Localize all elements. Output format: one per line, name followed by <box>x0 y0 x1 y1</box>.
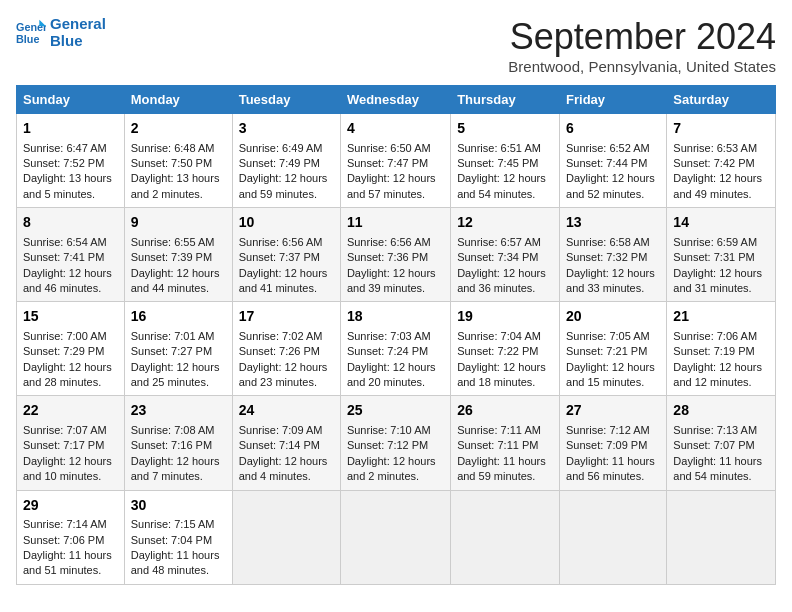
day-number: 2 <box>131 119 226 139</box>
calendar-week-3: 15Sunrise: 7:00 AMSunset: 7:29 PMDayligh… <box>17 302 776 396</box>
col-header-friday: Friday <box>560 86 667 114</box>
calendar-cell: 6Sunrise: 6:52 AMSunset: 7:44 PMDaylight… <box>560 114 667 208</box>
day-number: 14 <box>673 213 769 233</box>
calendar-cell <box>451 490 560 584</box>
month-title: September 2024 <box>508 16 776 58</box>
cell-info: Sunrise: 6:59 AMSunset: 7:31 PMDaylight:… <box>673 236 762 294</box>
calendar-cell: 21Sunrise: 7:06 AMSunset: 7:19 PMDayligh… <box>667 302 776 396</box>
calendar-week-2: 8Sunrise: 6:54 AMSunset: 7:41 PMDaylight… <box>17 208 776 302</box>
cell-info: Sunrise: 7:12 AMSunset: 7:09 PMDaylight:… <box>566 424 655 482</box>
calendar-cell: 27Sunrise: 7:12 AMSunset: 7:09 PMDayligh… <box>560 396 667 490</box>
calendar-cell: 20Sunrise: 7:05 AMSunset: 7:21 PMDayligh… <box>560 302 667 396</box>
day-number: 28 <box>673 401 769 421</box>
cell-info: Sunrise: 6:56 AMSunset: 7:36 PMDaylight:… <box>347 236 436 294</box>
cell-info: Sunrise: 6:48 AMSunset: 7:50 PMDaylight:… <box>131 142 220 200</box>
calendar-cell: 29Sunrise: 7:14 AMSunset: 7:06 PMDayligh… <box>17 490 125 584</box>
cell-info: Sunrise: 7:15 AMSunset: 7:04 PMDaylight:… <box>131 518 220 576</box>
cell-info: Sunrise: 7:10 AMSunset: 7:12 PMDaylight:… <box>347 424 436 482</box>
cell-info: Sunrise: 7:08 AMSunset: 7:16 PMDaylight:… <box>131 424 220 482</box>
calendar-cell: 16Sunrise: 7:01 AMSunset: 7:27 PMDayligh… <box>124 302 232 396</box>
cell-info: Sunrise: 7:05 AMSunset: 7:21 PMDaylight:… <box>566 330 655 388</box>
cell-info: Sunrise: 7:00 AMSunset: 7:29 PMDaylight:… <box>23 330 112 388</box>
calendar-cell: 28Sunrise: 7:13 AMSunset: 7:07 PMDayligh… <box>667 396 776 490</box>
cell-info: Sunrise: 6:53 AMSunset: 7:42 PMDaylight:… <box>673 142 762 200</box>
day-number: 25 <box>347 401 444 421</box>
cell-info: Sunrise: 7:09 AMSunset: 7:14 PMDaylight:… <box>239 424 328 482</box>
cell-info: Sunrise: 6:54 AMSunset: 7:41 PMDaylight:… <box>23 236 112 294</box>
calendar-cell <box>560 490 667 584</box>
calendar-cell: 4Sunrise: 6:50 AMSunset: 7:47 PMDaylight… <box>340 114 450 208</box>
calendar-cell: 7Sunrise: 6:53 AMSunset: 7:42 PMDaylight… <box>667 114 776 208</box>
calendar-cell: 18Sunrise: 7:03 AMSunset: 7:24 PMDayligh… <box>340 302 450 396</box>
col-header-monday: Monday <box>124 86 232 114</box>
day-number: 11 <box>347 213 444 233</box>
calendar-cell: 24Sunrise: 7:09 AMSunset: 7:14 PMDayligh… <box>232 396 340 490</box>
page-header: General Blue General Blue September 2024… <box>16 16 776 75</box>
day-number: 8 <box>23 213 118 233</box>
day-number: 13 <box>566 213 660 233</box>
logo-text-line2: Blue <box>50 33 106 50</box>
cell-info: Sunrise: 6:56 AMSunset: 7:37 PMDaylight:… <box>239 236 328 294</box>
cell-info: Sunrise: 7:02 AMSunset: 7:26 PMDaylight:… <box>239 330 328 388</box>
day-number: 17 <box>239 307 334 327</box>
calendar-week-4: 22Sunrise: 7:07 AMSunset: 7:17 PMDayligh… <box>17 396 776 490</box>
cell-info: Sunrise: 7:04 AMSunset: 7:22 PMDaylight:… <box>457 330 546 388</box>
cell-info: Sunrise: 6:52 AMSunset: 7:44 PMDaylight:… <box>566 142 655 200</box>
logo: General Blue General Blue <box>16 16 106 49</box>
day-number: 23 <box>131 401 226 421</box>
day-number: 20 <box>566 307 660 327</box>
logo-text-line1: General <box>50 16 106 33</box>
calendar-cell: 2Sunrise: 6:48 AMSunset: 7:50 PMDaylight… <box>124 114 232 208</box>
day-number: 19 <box>457 307 553 327</box>
calendar-cell: 10Sunrise: 6:56 AMSunset: 7:37 PMDayligh… <box>232 208 340 302</box>
calendar-table: SundayMondayTuesdayWednesdayThursdayFrid… <box>16 85 776 585</box>
cell-info: Sunrise: 7:14 AMSunset: 7:06 PMDaylight:… <box>23 518 112 576</box>
calendar-cell: 1Sunrise: 6:47 AMSunset: 7:52 PMDaylight… <box>17 114 125 208</box>
day-number: 16 <box>131 307 226 327</box>
calendar-cell <box>232 490 340 584</box>
day-number: 24 <box>239 401 334 421</box>
calendar-cell: 17Sunrise: 7:02 AMSunset: 7:26 PMDayligh… <box>232 302 340 396</box>
day-number: 9 <box>131 213 226 233</box>
calendar-cell: 19Sunrise: 7:04 AMSunset: 7:22 PMDayligh… <box>451 302 560 396</box>
day-number: 6 <box>566 119 660 139</box>
calendar-cell: 30Sunrise: 7:15 AMSunset: 7:04 PMDayligh… <box>124 490 232 584</box>
calendar-cell: 25Sunrise: 7:10 AMSunset: 7:12 PMDayligh… <box>340 396 450 490</box>
cell-info: Sunrise: 6:51 AMSunset: 7:45 PMDaylight:… <box>457 142 546 200</box>
calendar-cell: 22Sunrise: 7:07 AMSunset: 7:17 PMDayligh… <box>17 396 125 490</box>
day-number: 26 <box>457 401 553 421</box>
calendar-cell: 9Sunrise: 6:55 AMSunset: 7:39 PMDaylight… <box>124 208 232 302</box>
calendar-cell: 8Sunrise: 6:54 AMSunset: 7:41 PMDaylight… <box>17 208 125 302</box>
calendar-cell: 23Sunrise: 7:08 AMSunset: 7:16 PMDayligh… <box>124 396 232 490</box>
day-number: 3 <box>239 119 334 139</box>
logo-icon: General Blue <box>16 18 46 48</box>
day-number: 18 <box>347 307 444 327</box>
location-subtitle: Brentwood, Pennsylvania, United States <box>508 58 776 75</box>
header-row: SundayMondayTuesdayWednesdayThursdayFrid… <box>17 86 776 114</box>
col-header-saturday: Saturday <box>667 86 776 114</box>
cell-info: Sunrise: 6:57 AMSunset: 7:34 PMDaylight:… <box>457 236 546 294</box>
day-number: 5 <box>457 119 553 139</box>
day-number: 30 <box>131 496 226 516</box>
calendar-cell: 15Sunrise: 7:00 AMSunset: 7:29 PMDayligh… <box>17 302 125 396</box>
day-number: 10 <box>239 213 334 233</box>
calendar-cell: 12Sunrise: 6:57 AMSunset: 7:34 PMDayligh… <box>451 208 560 302</box>
col-header-wednesday: Wednesday <box>340 86 450 114</box>
cell-info: Sunrise: 6:50 AMSunset: 7:47 PMDaylight:… <box>347 142 436 200</box>
calendar-cell <box>667 490 776 584</box>
calendar-cell: 3Sunrise: 6:49 AMSunset: 7:49 PMDaylight… <box>232 114 340 208</box>
day-number: 15 <box>23 307 118 327</box>
cell-info: Sunrise: 7:11 AMSunset: 7:11 PMDaylight:… <box>457 424 546 482</box>
calendar-cell: 26Sunrise: 7:11 AMSunset: 7:11 PMDayligh… <box>451 396 560 490</box>
col-header-sunday: Sunday <box>17 86 125 114</box>
svg-text:Blue: Blue <box>16 33 39 45</box>
calendar-cell: 5Sunrise: 6:51 AMSunset: 7:45 PMDaylight… <box>451 114 560 208</box>
day-number: 12 <box>457 213 553 233</box>
calendar-week-5: 29Sunrise: 7:14 AMSunset: 7:06 PMDayligh… <box>17 490 776 584</box>
cell-info: Sunrise: 7:01 AMSunset: 7:27 PMDaylight:… <box>131 330 220 388</box>
cell-info: Sunrise: 7:06 AMSunset: 7:19 PMDaylight:… <box>673 330 762 388</box>
calendar-cell <box>340 490 450 584</box>
day-number: 1 <box>23 119 118 139</box>
day-number: 21 <box>673 307 769 327</box>
col-header-thursday: Thursday <box>451 86 560 114</box>
